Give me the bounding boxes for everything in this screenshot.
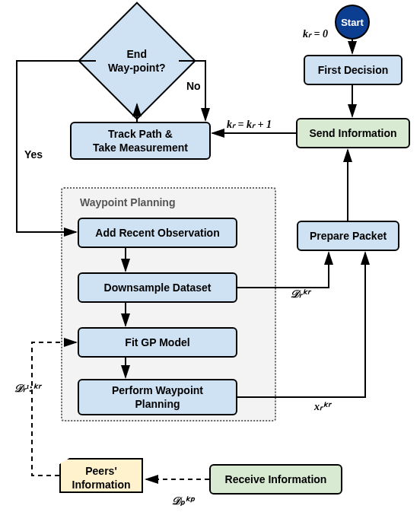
receive-info-label: Receive Information	[225, 472, 327, 486]
prepare-packet-box: Prepare Packet	[297, 221, 399, 251]
fit-gp-box: Fit GP Model	[78, 327, 237, 358]
first-decision-label: First Decision	[318, 63, 389, 77]
end-waypoint-label: End Way-point?	[108, 47, 166, 75]
waypoint-planning-title: Waypoint Planning	[80, 196, 175, 208]
end-waypoint-decision: End Way-point?	[78, 2, 196, 120]
track-path-label: Track Path & Take Measurement	[93, 127, 188, 154]
perform-wp-label: Perform Waypoint Planning	[112, 383, 203, 411]
add-obs-box: Add Recent Observation	[78, 218, 237, 248]
receive-info-box: Receive Information	[209, 464, 342, 495]
perform-wp-box: Perform Waypoint Planning	[78, 379, 237, 415]
yes-label: Yes	[24, 148, 43, 161]
send-info-label: Send Information	[309, 126, 396, 140]
peers-info-note: Peers' Information	[59, 458, 143, 493]
fit-gp-label: Fit GP Model	[125, 336, 189, 349]
init-kr-label: kᵣ = 0	[303, 27, 328, 40]
add-obs-label: Add Recent Observation	[95, 226, 219, 240]
peers-info-label: Peers' Information	[72, 465, 131, 491]
start-node: Start	[335, 5, 370, 40]
downsample-label: Downsample Dataset	[104, 281, 212, 294]
x-r-kr-label: xᵣᵏʳ	[314, 400, 330, 413]
d-p-kp-label: 𝒟ₚᵏᵖ	[171, 495, 194, 507]
track-path-box: Track Path & Take Measurement	[70, 122, 211, 160]
send-info-box: Send Information	[296, 118, 410, 148]
prepare-packet-label: Prepare Packet	[310, 229, 387, 243]
inc-kr-label: kᵣ = kᵣ + 1	[227, 118, 272, 131]
start-label: Start	[341, 17, 364, 28]
no-label: No	[186, 80, 201, 92]
first-decision-box: First Decision	[304, 55, 402, 85]
downsample-box: Downsample Dataset	[78, 272, 237, 303]
d-r-kr-label: 𝒟ᵣᵏʳ	[290, 288, 310, 301]
d-r-1kr-label: 𝒟ᵣ¹:ᵏʳ	[14, 382, 40, 395]
